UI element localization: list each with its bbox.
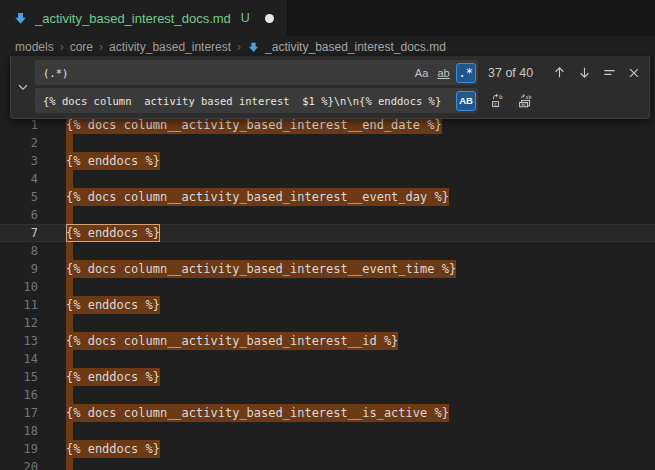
tab-bar: _activity_based_interest_docs.md U xyxy=(0,0,655,36)
code-line-8[interactable]: 8 xyxy=(0,242,655,260)
editor-lines: 1{% docs column__activity_based_interest… xyxy=(0,58,655,470)
find-row: (.*) Aa ab .* 37 of 40 xyxy=(35,60,645,85)
line-number: 13 xyxy=(0,332,38,350)
code-line-11[interactable]: 11{% enddocs %} xyxy=(0,296,655,314)
line-number: 11 xyxy=(0,296,38,314)
code-line-9[interactable]: 9{% docs column__activity_based_interest… xyxy=(0,260,655,278)
replace-button[interactable]: b c xyxy=(487,90,509,112)
line-number: 16 xyxy=(0,386,38,404)
code-line-6[interactable]: 6 xyxy=(0,206,655,224)
find-input[interactable]: (.*) Aa ab .* xyxy=(35,60,478,85)
code-line-20[interactable]: 20 xyxy=(0,458,655,470)
line-number: 12 xyxy=(0,314,38,332)
code-line-2[interactable]: 2 xyxy=(0,134,655,152)
tab-activity-based-interest-docs[interactable]: _activity_based_interest_docs.md U xyxy=(0,0,288,36)
markdown-file-icon xyxy=(247,41,260,54)
code-text xyxy=(66,422,655,440)
code-text xyxy=(66,314,655,332)
toggle-replace-button[interactable] xyxy=(11,60,35,113)
code-line-17[interactable]: 17{% docs column__activity_based_interes… xyxy=(0,404,655,422)
code-line-13[interactable]: 13{% docs column__activity_based_interes… xyxy=(0,332,655,350)
find-match-highlight-empty xyxy=(66,458,73,470)
preserve-case-toggle[interactable]: AB xyxy=(456,91,476,111)
find-match-highlight: {% enddocs %} xyxy=(66,152,160,170)
code-text xyxy=(66,386,655,404)
modified-indicator-icon[interactable] xyxy=(265,14,274,23)
arrow-down-icon xyxy=(577,65,592,80)
code-line-18[interactable]: 18 xyxy=(0,422,655,440)
breadcrumb-item-core[interactable]: core xyxy=(70,40,93,54)
find-options: Aa ab .* xyxy=(412,63,476,83)
match-case-toggle[interactable]: Aa xyxy=(412,63,432,83)
code-line-12[interactable]: 12 xyxy=(0,314,655,332)
replace-input[interactable]: {% docs column__activity_based_interest_… xyxy=(35,88,478,113)
code-text xyxy=(66,206,655,224)
find-match-highlight-empty xyxy=(66,314,73,332)
code-line-10[interactable]: 10 xyxy=(0,278,655,296)
code-line-19[interactable]: 19{% enddocs %} xyxy=(0,440,655,458)
line-number: 18 xyxy=(0,422,38,440)
line-number: 19 xyxy=(0,440,38,458)
next-match-button[interactable] xyxy=(573,62,595,84)
breadcrumb-item-models[interactable]: models xyxy=(15,40,54,54)
find-match-highlight: {% enddocs %} xyxy=(66,224,160,242)
find-match-highlight-empty xyxy=(66,170,73,188)
markdown-file-icon xyxy=(13,11,28,26)
code-line-16[interactable]: 16 xyxy=(0,386,655,404)
line-number: 4 xyxy=(0,170,38,188)
code-text xyxy=(66,350,655,368)
find-match-highlight-empty xyxy=(66,422,73,440)
replace-options: AB xyxy=(456,91,476,111)
tab-filename: _activity_based_interest_docs.md xyxy=(35,11,231,26)
find-in-selection-button[interactable] xyxy=(598,62,620,84)
line-number: 20 xyxy=(0,458,38,470)
line-number: 15 xyxy=(0,368,38,386)
find-match-highlight: {% docs column__activity_based_interest_… xyxy=(66,188,449,206)
breadcrumb-filename: _activity_based_interest_docs.md xyxy=(265,40,446,54)
replace-icon: b c xyxy=(490,93,506,109)
replace-all-button[interactable]: ab ac xyxy=(514,90,536,112)
find-match-highlight: {% enddocs %} xyxy=(66,440,160,458)
arrow-up-icon xyxy=(552,65,567,80)
code-text xyxy=(66,134,655,152)
code-text: {% enddocs %} xyxy=(66,440,655,458)
code-line-15[interactable]: 15{% enddocs %} xyxy=(0,368,655,386)
find-in-selection-icon xyxy=(602,65,617,80)
regex-toggle[interactable]: .* xyxy=(456,63,476,83)
code-line-5[interactable]: 5{% docs column__activity_based_interest… xyxy=(0,188,655,206)
breadcrumb-separator-icon: › xyxy=(237,40,241,54)
code-text: {% docs column__activity_based_interest_… xyxy=(66,332,655,350)
code-line-4[interactable]: 4 xyxy=(0,170,655,188)
find-match-highlight-empty xyxy=(66,206,73,224)
code-text: {% enddocs %} xyxy=(66,368,655,386)
breadcrumb-item-file[interactable]: _activity_based_interest_docs.md xyxy=(247,40,446,54)
code-text: {% docs column__activity_based_interest_… xyxy=(66,188,655,206)
breadcrumb-item-activity-based-interest[interactable]: activity_based_interest xyxy=(109,40,231,54)
code-line-3[interactable]: 3{% enddocs %} xyxy=(0,152,655,170)
close-find-widget-button[interactable] xyxy=(623,62,645,84)
editor[interactable]: 1{% docs column__activity_based_interest… xyxy=(0,58,655,470)
whole-word-toggle[interactable]: ab xyxy=(434,63,454,83)
svg-text:ab: ab xyxy=(525,93,531,99)
code-text xyxy=(66,242,655,260)
previous-match-button[interactable] xyxy=(548,62,570,84)
svg-text:b: b xyxy=(499,93,503,100)
code-text: {% docs column__activity_based_interest_… xyxy=(66,260,655,278)
code-line-7[interactable]: 7{% enddocs %} xyxy=(0,224,655,242)
breadcrumb-separator-icon: › xyxy=(99,40,103,54)
replace-all-icon: ab ac xyxy=(517,93,533,109)
breadcrumb-separator-icon: › xyxy=(60,40,64,54)
line-number: 9 xyxy=(0,260,38,278)
find-match-highlight-empty xyxy=(66,242,73,260)
find-match-highlight-empty xyxy=(66,134,73,152)
find-match-highlight-empty xyxy=(66,278,73,296)
line-number: 3 xyxy=(0,152,38,170)
line-number: 8 xyxy=(0,242,38,260)
find-match-highlight: {% enddocs %} xyxy=(66,296,160,314)
code-text xyxy=(66,458,655,470)
code-line-14[interactable]: 14 xyxy=(0,350,655,368)
code-text: {% enddocs %} xyxy=(66,224,655,242)
code-text: {% docs column__activity_based_interest_… xyxy=(66,404,655,422)
breadcrumb: models › core › activity_based_interest … xyxy=(0,36,655,58)
svg-text:c: c xyxy=(494,100,497,106)
